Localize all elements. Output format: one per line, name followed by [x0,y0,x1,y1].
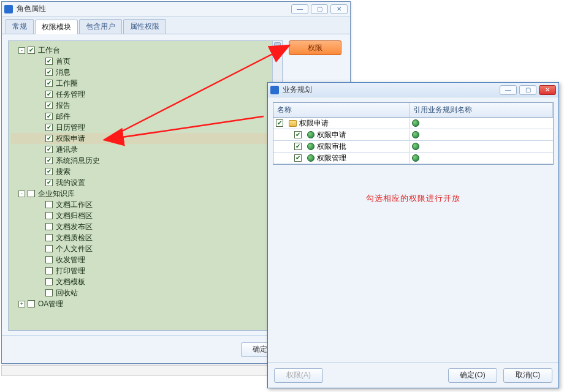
tree-node[interactable]: 个人文件区 [11,243,280,254]
tree-node[interactable]: 回收站 [11,287,280,298]
tabs: 常规权限模块包含用户属性权限 [2,17,350,34]
tree-label: 消息 [56,67,70,78]
tab-0[interactable]: 常规 [6,19,34,34]
globe-icon [412,131,419,138]
tree-label: 报告 [56,100,70,111]
tree-label: OA管理 [38,299,63,309]
tree-checkbox[interactable] [45,223,53,230]
titlebar[interactable]: 角色属性 — ▢ ✕ [2,2,350,17]
tab-1[interactable]: 权限模块 [35,20,78,34]
tree-checkbox[interactable] [45,102,53,109]
permission-tree[interactable]: -工作台首页消息工作圈任务管理报告邮件日历管理权限申请通讯录系统消息历史搜索我的… [9,41,282,313]
child-titlebar[interactable]: 业务规划 — ▢ ✕ [268,83,558,97]
tree-node[interactable]: 文档质检区 [11,232,280,243]
tree-checkbox[interactable] [45,179,53,186]
grid-row[interactable]: 权限审批 [273,141,553,153]
child-cancel-button[interactable]: 取消(C) [503,368,552,383]
tree-node[interactable]: 消息 [11,67,280,78]
tree-checkbox[interactable] [45,201,53,208]
row-checkbox[interactable] [294,154,302,162]
tree-node[interactable]: 首页 [11,56,280,67]
row-label: 权限审批 [317,141,346,152]
tree-checkbox[interactable] [28,300,35,307]
tree-toggle[interactable]: - [18,47,25,54]
permission-button[interactable]: 权限 [289,40,341,55]
row-checkbox[interactable] [294,131,302,138]
tree-label: 通讯录 [56,145,78,155]
tab-3[interactable]: 属性权限 [123,19,166,34]
tree-toggle[interactable]: - [18,190,25,197]
globe-icon [412,119,419,127]
child-ok-button[interactable]: 确定(O) [448,368,497,383]
row-label: 权限管理 [317,153,346,164]
tree-checkbox[interactable] [45,113,53,120]
tree-node[interactable]: 文档发布区 [11,221,280,232]
business-rules-dialog: 业务规划 — ▢ ✕ 名称 引用业务规则名称 权限申请权限申请权限审批权限管理 … [267,82,559,388]
tree-checkbox[interactable] [45,278,53,285]
tree-checkbox[interactable] [28,47,35,54]
tree-toggle[interactable]: + [18,301,25,307]
row-label: 权限申请 [317,130,346,140]
maximize-button[interactable]: ▢ [519,85,536,95]
grid-row[interactable]: 权限申请 [273,129,553,141]
tree-checkbox[interactable] [45,80,53,87]
tree-checkbox[interactable] [45,289,53,296]
tree-checkbox[interactable] [45,212,53,219]
grid-header: 名称 引用业务规则名称 [273,103,553,118]
tree-node[interactable]: 打印管理 [11,265,280,276]
tree-node[interactable]: 文档归档区 [11,210,280,221]
tree-checkbox[interactable] [45,256,53,263]
tree-node[interactable]: 报告 [11,100,280,111]
grid-row[interactable]: 权限申请 [273,118,553,129]
tree-checkbox[interactable] [45,135,53,142]
tree-node[interactable]: 收发管理 [11,254,280,265]
tree-node[interactable]: 任务管理 [11,89,280,100]
tree-checkbox[interactable] [45,124,53,131]
tree-label: 我的设置 [56,178,85,188]
tree-checkbox[interactable] [45,245,53,252]
tree-checkbox[interactable] [45,267,53,274]
tree-node[interactable]: -工作台 [11,45,280,56]
maximize-button[interactable]: ▢ [311,4,328,14]
tree-node[interactable]: +OA管理 [11,298,280,309]
tree-checkbox[interactable] [45,146,53,153]
tree-node[interactable]: 系统消息历史 [11,155,280,166]
tree-checkbox[interactable] [45,91,53,98]
tree-label: 打印管理 [56,266,85,276]
minimize-button[interactable]: — [291,4,308,14]
tree-label: 文档工作区 [56,200,93,210]
tree-node[interactable]: 搜索 [11,166,280,177]
hint-text: 勾选相应的权限进行开放 [273,193,554,204]
grid-row[interactable]: 权限管理 [273,153,553,164]
tree-node[interactable]: 权限申请 [11,133,280,144]
tree-checkbox[interactable] [45,157,53,164]
close-button[interactable]: ✕ [539,85,556,95]
tree-node[interactable]: 工作圈 [11,78,280,89]
minimize-button[interactable]: — [500,85,517,95]
column-rule-ref[interactable]: 引用业务规则名称 [410,103,553,117]
row-checkbox[interactable] [294,143,302,150]
globe-icon [307,143,314,150]
tree-node[interactable]: 我的设置 [11,177,280,188]
tree-node[interactable]: 通讯录 [11,144,280,155]
column-name[interactable]: 名称 [273,103,410,117]
tab-2[interactable]: 包含用户 [79,19,122,34]
tree-checkbox[interactable] [45,69,53,76]
tree-checkbox[interactable] [28,190,35,197]
scroll-thumb[interactable] [274,42,281,51]
permission-tree-panel: -工作台首页消息工作圈任务管理报告邮件日历管理权限申请通讯录系统消息历史搜索我的… [8,40,283,331]
tree-checkbox[interactable] [45,168,53,175]
tree-label: 文档归档区 [56,211,93,221]
tree-label: 首页 [56,56,70,67]
tree-checkbox[interactable] [45,58,53,65]
row-checkbox[interactable] [276,119,283,127]
tree-checkbox[interactable] [45,234,53,241]
tree-node[interactable]: -企业知识库 [11,188,280,199]
tree-label: 回收站 [56,288,78,298]
tree-node[interactable]: 文档模板 [11,276,280,287]
tree-node[interactable]: 邮件 [11,111,280,122]
close-button[interactable]: ✕ [330,4,348,14]
tree-node[interactable]: 文档工作区 [11,199,280,210]
folder-icon [289,120,297,127]
tree-node[interactable]: 日历管理 [11,122,280,133]
